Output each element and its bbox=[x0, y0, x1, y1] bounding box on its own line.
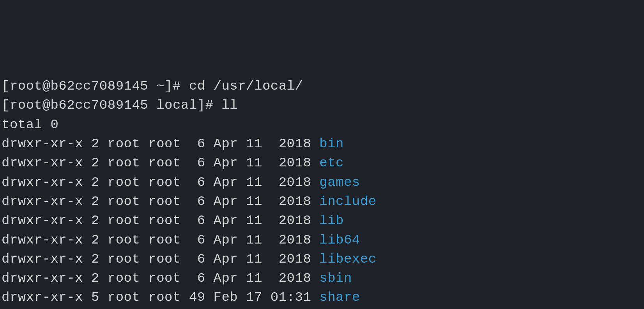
listing-row: drwxr-xr-x 2 root root 6 Apr 11 2018 lib… bbox=[2, 250, 642, 269]
prompt-line: [root@b62cc7089145 local]# ll bbox=[2, 96, 642, 115]
directory-name: etc bbox=[319, 155, 344, 170]
listing-row-meta: drwxr-xr-x 2 root root 6 Apr 11 2018 bbox=[2, 175, 319, 190]
command-text: cd /usr/local/ bbox=[189, 79, 303, 94]
listing-row: drwxr-xr-x 2 root root 6 Apr 11 2018 etc bbox=[2, 154, 642, 173]
listing-row-meta: drwxr-xr-x 2 root root 6 Apr 11 2018 bbox=[2, 136, 319, 151]
listing-row: drwxr-xr-x 2 root root 6 Apr 11 2018 lib… bbox=[2, 231, 642, 250]
prompt: [root@b62cc7089145 ~]# bbox=[2, 79, 189, 94]
directory-name: libexec bbox=[319, 252, 376, 267]
listing-row: drwxr-xr-x 2 root root 6 Apr 11 2018 src bbox=[2, 307, 642, 309]
listing-row-meta: drwxr-xr-x 2 root root 6 Apr 11 2018 bbox=[2, 252, 319, 267]
command-text: ll bbox=[221, 98, 238, 113]
directory-name: include bbox=[319, 194, 376, 209]
output-total: total 0 bbox=[2, 115, 642, 134]
prompt-line: [root@b62cc7089145 ~]# cd /usr/local/ bbox=[2, 77, 642, 96]
directory-name: lib bbox=[319, 213, 344, 228]
listing-row-meta: drwxr-xr-x 2 root root 6 Apr 11 2018 bbox=[2, 233, 319, 247]
directory-name: lib64 bbox=[319, 233, 360, 247]
listing-row: drwxr-xr-x 5 root root 49 Feb 17 01:31 s… bbox=[2, 288, 642, 307]
listing-row-meta: drwxr-xr-x 2 root root 6 Apr 11 2018 bbox=[2, 194, 319, 209]
prompt: [root@b62cc7089145 local]# bbox=[2, 98, 221, 113]
directory-name: bin bbox=[319, 136, 344, 151]
listing-row: drwxr-xr-x 2 root root 6 Apr 11 2018 inc… bbox=[2, 192, 642, 211]
listing-row: drwxr-xr-x 2 root root 6 Apr 11 2018 gam… bbox=[2, 173, 642, 192]
directory-name: games bbox=[319, 175, 360, 190]
listing-row-meta: drwxr-xr-x 2 root root 6 Apr 11 2018 bbox=[2, 271, 319, 286]
directory-name: sbin bbox=[319, 271, 352, 286]
listing-row-meta: drwxr-xr-x 2 root root 6 Apr 11 2018 bbox=[2, 213, 319, 228]
listing-row-meta: drwxr-xr-x 2 root root 6 Apr 11 2018 bbox=[2, 155, 319, 170]
terminal[interactable]: [root@b62cc7089145 ~]# cd /usr/local/[ro… bbox=[0, 77, 644, 309]
listing-row: drwxr-xr-x 2 root root 6 Apr 11 2018 lib bbox=[2, 211, 642, 230]
listing-row: drwxr-xr-x 2 root root 6 Apr 11 2018 bin bbox=[2, 134, 642, 154]
directory-name: share bbox=[319, 290, 360, 305]
listing-output: drwxr-xr-x 2 root root 6 Apr 11 2018 bin… bbox=[2, 134, 642, 309]
listing-row-meta: drwxr-xr-x 5 root root 49 Feb 17 01:31 bbox=[2, 290, 319, 305]
listing-row: drwxr-xr-x 2 root root 6 Apr 11 2018 sbi… bbox=[2, 269, 642, 288]
